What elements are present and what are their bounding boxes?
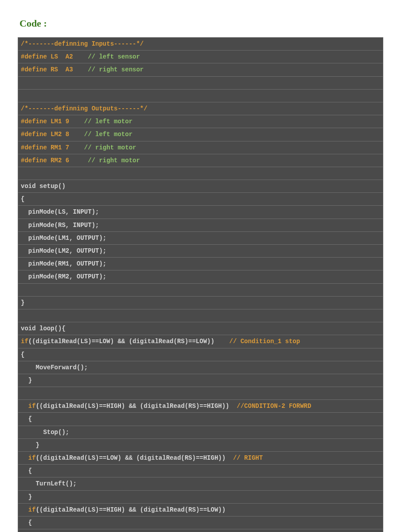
code-line: TurnRight(); [18, 529, 383, 532]
code-line: TurnLeft(); [18, 477, 383, 490]
code-line: /*-------definning Inputs------*/ [18, 38, 383, 51]
code-line: { [18, 413, 383, 426]
code-line: } [18, 374, 383, 387]
code-line: } [18, 296, 383, 309]
code-line [18, 309, 383, 322]
code-line: void setup() [18, 180, 383, 193]
code-line [18, 167, 383, 180]
code-line: /*-------definning Outputs------*/ [18, 102, 383, 115]
code-line: { [18, 516, 383, 529]
section-heading: Code : [19, 18, 383, 29]
code-line: #define RM2 6 // right motor [18, 154, 383, 167]
code-line: pinMode(LS, INPUT); [18, 206, 383, 219]
code-line: if((digitalRead(LS)==HIGH) && (digitalRe… [18, 503, 383, 516]
code-line: { [18, 193, 383, 206]
code-line: pinMode(RM1, OUTPUT); [18, 258, 383, 270]
code-line: #define LM2 8 // left motor [18, 128, 383, 141]
code-line [18, 76, 383, 89]
code-line: } [18, 490, 383, 503]
code-line: pinMode(LM2, OUTPUT); [18, 245, 383, 258]
code-line [18, 387, 383, 400]
code-line [18, 89, 383, 102]
code-line: #define RM1 7 // right motor [18, 141, 383, 154]
code-line [18, 283, 383, 296]
code-line: Stop(); [18, 426, 383, 438]
code-line: pinMode(RS, INPUT); [18, 219, 383, 231]
code-line: #define LS A2 // left sensor [18, 51, 383, 63]
code-line: pinMode(LM1, OUTPUT); [18, 231, 383, 244]
code-line: #define LM1 9 // left motor [18, 115, 383, 128]
code-line: } [18, 438, 383, 451]
code-line: if((digitalRead(LS)==HIGH) && (digitalRe… [18, 400, 383, 413]
code-block: /*-------definning Inputs------*/ #defin… [18, 37, 383, 532]
code-line: MoveForward(); [18, 361, 383, 374]
page-container: Code : /*-------definning Inputs------*/… [0, 0, 401, 532]
code-line: if((digitalRead(LS)==LOW) && (digitalRea… [18, 452, 383, 465]
code-line: { [18, 465, 383, 477]
code-line: void loop(){ [18, 322, 383, 335]
code-line: { [18, 348, 383, 361]
code-line: #define RS A3 // right sensor [18, 63, 383, 76]
code-line: if((digitalRead(LS)==LOW) && (digitalRea… [18, 335, 383, 348]
code-line: pinMode(RM2, OUTPUT); [18, 270, 383, 283]
